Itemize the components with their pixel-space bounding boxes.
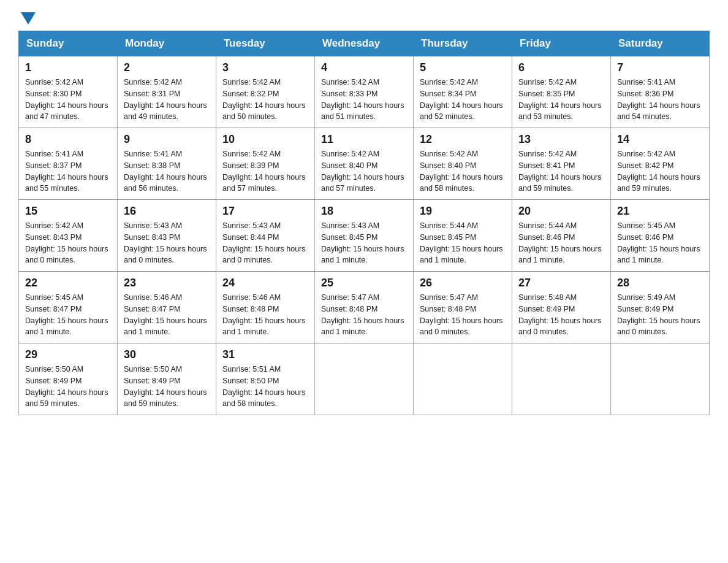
day-info: Sunrise: 5:42 AM Sunset: 8:40 PM Dayligh… [420,148,506,194]
calendar-cell: 8 Sunrise: 5:41 AM Sunset: 8:37 PM Dayli… [19,128,118,200]
calendar-cell: 23 Sunrise: 5:46 AM Sunset: 8:47 PM Dayl… [118,272,216,343]
logo [18,12,36,25]
day-number: 30 [124,348,210,361]
day-info: Sunrise: 5:42 AM Sunset: 8:34 PM Dayligh… [420,77,506,123]
calendar-cell: 19 Sunrise: 5:44 AM Sunset: 8:45 PM Dayl… [414,200,512,272]
day-info: Sunrise: 5:45 AM Sunset: 8:46 PM Dayligh… [617,220,703,266]
calendar-cell: 31 Sunrise: 5:51 AM Sunset: 8:50 PM Dayl… [216,343,315,415]
day-number: 1 [25,61,111,74]
page-header [18,12,710,25]
day-info: Sunrise: 5:49 AM Sunset: 8:49 PM Dayligh… [617,292,703,338]
day-info: Sunrise: 5:41 AM Sunset: 8:36 PM Dayligh… [617,77,703,123]
day-info: Sunrise: 5:43 AM Sunset: 8:45 PM Dayligh… [321,220,407,266]
calendar-table: SundayMondayTuesdayWednesdayThursdayFrid… [18,31,710,415]
calendar-week-4: 22 Sunrise: 5:45 AM Sunset: 8:47 PM Dayl… [19,272,710,343]
calendar-cell: 6 Sunrise: 5:42 AM Sunset: 8:35 PM Dayli… [512,56,611,128]
day-number: 26 [420,277,506,289]
logo-triangle-icon [21,12,36,25]
day-info: Sunrise: 5:46 AM Sunset: 8:48 PM Dayligh… [222,292,308,338]
calendar-cell: 22 Sunrise: 5:45 AM Sunset: 8:47 PM Dayl… [19,272,118,343]
calendar-cell: 25 Sunrise: 5:47 AM Sunset: 8:48 PM Dayl… [315,272,414,343]
day-number: 17 [222,205,308,218]
day-number: 7 [617,61,703,74]
day-info: Sunrise: 5:41 AM Sunset: 8:38 PM Dayligh… [124,148,210,194]
calendar-cell: 3 Sunrise: 5:42 AM Sunset: 8:32 PM Dayli… [216,56,315,128]
day-info: Sunrise: 5:47 AM Sunset: 8:48 PM Dayligh… [420,292,506,338]
day-number: 11 [321,133,407,146]
calendar-cell: 21 Sunrise: 5:45 AM Sunset: 8:46 PM Dayl… [611,200,710,272]
calendar-cell [414,343,512,415]
svg-marker-0 [21,12,36,25]
day-info: Sunrise: 5:43 AM Sunset: 8:44 PM Dayligh… [222,220,308,266]
calendar-cell: 2 Sunrise: 5:42 AM Sunset: 8:31 PM Dayli… [118,56,216,128]
day-info: Sunrise: 5:44 AM Sunset: 8:46 PM Dayligh… [518,220,604,266]
day-info: Sunrise: 5:42 AM Sunset: 8:43 PM Dayligh… [25,220,111,266]
calendar-cell: 9 Sunrise: 5:41 AM Sunset: 8:38 PM Dayli… [118,128,216,200]
day-number: 28 [617,277,703,289]
day-info: Sunrise: 5:42 AM Sunset: 8:32 PM Dayligh… [222,77,308,123]
day-number: 10 [222,133,308,146]
day-number: 6 [518,61,604,74]
day-number: 22 [25,277,111,289]
calendar-cell: 26 Sunrise: 5:47 AM Sunset: 8:48 PM Dayl… [414,272,512,343]
day-info: Sunrise: 5:42 AM Sunset: 8:42 PM Dayligh… [617,148,703,194]
calendar-cell [512,343,611,415]
day-number: 31 [222,348,308,361]
calendar-week-5: 29 Sunrise: 5:50 AM Sunset: 8:49 PM Dayl… [19,343,710,415]
day-info: Sunrise: 5:48 AM Sunset: 8:49 PM Dayligh… [518,292,604,338]
calendar-cell: 4 Sunrise: 5:42 AM Sunset: 8:33 PM Dayli… [315,56,414,128]
calendar-cell [611,343,710,415]
day-info: Sunrise: 5:42 AM Sunset: 8:30 PM Dayligh… [25,77,111,123]
day-number: 27 [518,277,604,289]
calendar-week-2: 8 Sunrise: 5:41 AM Sunset: 8:37 PM Dayli… [19,128,710,200]
day-number: 21 [617,205,703,218]
calendar-cell: 27 Sunrise: 5:48 AM Sunset: 8:49 PM Dayl… [512,272,611,343]
day-info: Sunrise: 5:51 AM Sunset: 8:50 PM Dayligh… [222,364,308,410]
day-number: 13 [518,133,604,146]
calendar-cell: 29 Sunrise: 5:50 AM Sunset: 8:49 PM Dayl… [19,343,118,415]
day-number: 14 [617,133,703,146]
day-info: Sunrise: 5:44 AM Sunset: 8:45 PM Dayligh… [420,220,506,266]
calendar-cell: 12 Sunrise: 5:42 AM Sunset: 8:40 PM Dayl… [414,128,512,200]
calendar-cell: 30 Sunrise: 5:50 AM Sunset: 8:49 PM Dayl… [118,343,216,415]
day-number: 18 [321,205,407,218]
day-info: Sunrise: 5:42 AM Sunset: 8:40 PM Dayligh… [321,148,407,194]
day-number: 19 [420,205,506,218]
weekday-header-tuesday: Tuesday [216,31,315,56]
day-number: 23 [124,277,210,289]
day-info: Sunrise: 5:42 AM Sunset: 8:35 PM Dayligh… [518,77,604,123]
weekday-header-saturday: Saturday [611,31,710,56]
day-number: 8 [25,133,111,146]
weekday-header-sunday: Sunday [19,31,118,56]
day-info: Sunrise: 5:42 AM Sunset: 8:31 PM Dayligh… [124,77,210,123]
calendar-week-3: 15 Sunrise: 5:42 AM Sunset: 8:43 PM Dayl… [19,200,710,272]
weekday-header-monday: Monday [118,31,216,56]
day-info: Sunrise: 5:45 AM Sunset: 8:47 PM Dayligh… [25,292,111,338]
day-number: 29 [25,348,111,361]
calendar-cell: 20 Sunrise: 5:44 AM Sunset: 8:46 PM Dayl… [512,200,611,272]
calendar-cell: 24 Sunrise: 5:46 AM Sunset: 8:48 PM Dayl… [216,272,315,343]
day-number: 12 [420,133,506,146]
day-info: Sunrise: 5:50 AM Sunset: 8:49 PM Dayligh… [124,364,210,410]
day-number: 24 [222,277,308,289]
calendar-week-1: 1 Sunrise: 5:42 AM Sunset: 8:30 PM Dayli… [19,56,710,128]
day-number: 3 [222,61,308,74]
weekday-header-friday: Friday [512,31,611,56]
calendar-cell [315,343,414,415]
day-number: 25 [321,277,407,289]
day-number: 15 [25,205,111,218]
day-info: Sunrise: 5:42 AM Sunset: 8:39 PM Dayligh… [222,148,308,194]
calendar-cell: 1 Sunrise: 5:42 AM Sunset: 8:30 PM Dayli… [19,56,118,128]
calendar-cell: 28 Sunrise: 5:49 AM Sunset: 8:49 PM Dayl… [611,272,710,343]
day-info: Sunrise: 5:47 AM Sunset: 8:48 PM Dayligh… [321,292,407,338]
calendar-cell: 10 Sunrise: 5:42 AM Sunset: 8:39 PM Dayl… [216,128,315,200]
day-info: Sunrise: 5:50 AM Sunset: 8:49 PM Dayligh… [25,364,111,410]
day-info: Sunrise: 5:41 AM Sunset: 8:37 PM Dayligh… [25,148,111,194]
day-number: 2 [124,61,210,74]
day-number: 5 [420,61,506,74]
calendar-cell: 15 Sunrise: 5:42 AM Sunset: 8:43 PM Dayl… [19,200,118,272]
day-number: 16 [124,205,210,218]
day-number: 4 [321,61,407,74]
day-info: Sunrise: 5:43 AM Sunset: 8:43 PM Dayligh… [124,220,210,266]
weekday-header-thursday: Thursday [414,31,512,56]
